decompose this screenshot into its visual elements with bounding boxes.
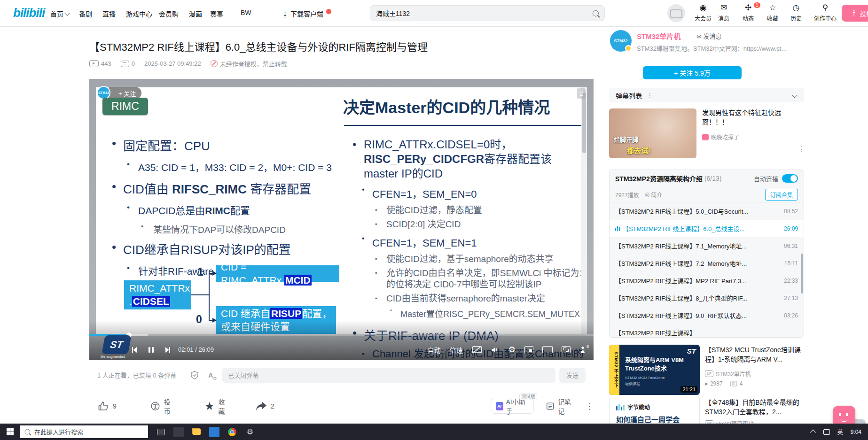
playlist-item[interactable]: 【STM32MP2 RIF线上课程】8_几个典型的RIF...27:13	[610, 289, 804, 307]
playlist-intro[interactable]: 简介	[651, 191, 662, 199]
st-logo: ST	[687, 347, 696, 355]
nav-favorites[interactable]: ☆收藏	[767, 4, 778, 22]
nav-history[interactable]: ◷历史	[790, 4, 802, 22]
nav-bw[interactable]: BW	[241, 9, 251, 16]
video-player[interactable]: 决定Master的CID的几种情况 固定配置：CPU A35: CID = 1，…	[89, 79, 594, 360]
publish-date: 2025-03-27 09:49:22	[144, 60, 201, 67]
danmaku-list-menu-icon[interactable]: ⋮	[647, 92, 653, 99]
playlist-item-active[interactable]: 【STM32MP2 RIF线上课程】6.0_总线主设...26:09	[610, 220, 804, 237]
danmaku-settings-icon[interactable]: A⚙	[205, 370, 216, 380]
favorite-button[interactable]: ★ 收藏	[204, 397, 228, 416]
playing-icon	[615, 226, 620, 231]
diagram-connector	[191, 294, 210, 295]
pause-button[interactable]	[148, 346, 155, 354]
tray-app-icon[interactable]	[823, 429, 830, 435]
nav-esports[interactable]: 赛事	[210, 9, 223, 18]
clock: 9:04	[851, 429, 861, 435]
playlist-item[interactable]: 【STM32MP2 RIF线上课程】7.1_Memory地址...06:31	[610, 237, 804, 255]
copyright-notice: 未经作者授权，禁止转载	[211, 59, 287, 68]
settings-gear-icon[interactable]: ⚙	[508, 345, 516, 355]
share-button[interactable]: 2	[256, 401, 274, 411]
chrome-icon[interactable]	[227, 427, 237, 437]
related-video-title[interactable]: 【STM32 MCU TrustZone培训课程】1-系统隔离与ARM V...	[705, 345, 807, 364]
ai-assistant-button[interactable]: AI AI小助手 测试版	[491, 399, 534, 414]
playlist-item[interactable]: 【STM32MP2 RIF线上课程】9.0_RIF默认状态...03:26	[610, 307, 804, 324]
file-explorer-icon[interactable]	[191, 427, 202, 437]
promo-badge-icon	[702, 134, 709, 140]
ime-indicator[interactable]: 英	[837, 428, 843, 436]
prev-button[interactable]	[131, 346, 138, 354]
playlist-index: (6/13)	[704, 175, 722, 182]
together-watch-icon[interactable]: 8	[579, 346, 586, 354]
play-count: 443	[89, 60, 111, 67]
next-button[interactable]	[164, 346, 172, 354]
nav-home[interactable]: 首页	[50, 9, 69, 18]
danmaku-list-bar[interactable]: 弹幕列表 ⋮	[609, 88, 804, 102]
playlist-item[interactable]: 【STM32MP2 RIF线上课程】7.2_Memory地址...15:11	[610, 255, 804, 272]
danmaku-send-button[interactable]: 发送	[559, 368, 586, 383]
promo-more-icon[interactable]: ⋮	[798, 145, 805, 154]
autoplay-toggle[interactable]	[782, 174, 798, 183]
thumb-text: STM32 MCU TrustZone	[625, 376, 665, 380]
promo-title[interactable]: 发现男性有这个特征赶快远离！！！	[702, 108, 805, 127]
web-fullscreen-icon[interactable]	[562, 346, 571, 353]
speed-button[interactable]: 倍速	[450, 345, 463, 355]
send-message-link[interactable]: ✉ 发消息	[696, 31, 722, 40]
taskbar-search[interactable]: 在此键入进行搜索	[20, 425, 148, 438]
note-button[interactable]: 记笔记	[546, 397, 575, 416]
bilibili-logo[interactable]: bilibili	[13, 6, 45, 20]
nav-live[interactable]: 直播	[102, 9, 116, 18]
sidebar-uploader-name[interactable]: STM32单片机	[637, 31, 680, 41]
settings-app-icon[interactable]: ⚙	[245, 427, 255, 437]
nav-game-center[interactable]: 游戏中心	[126, 9, 152, 18]
like-button[interactable]: 9	[97, 401, 117, 412]
task-view-icon[interactable]	[156, 427, 166, 437]
watching-status: 1 人正在看，已装填 0 条弹幕	[97, 371, 176, 379]
search-input[interactable]: 海贼王1132	[376, 8, 593, 18]
quality-auto-button[interactable]: 自动	[428, 345, 441, 355]
danmaku-input[interactable]: 已关闭弹幕	[222, 368, 555, 383]
taskbar-app-icon[interactable]	[209, 427, 219, 437]
start-button[interactable]	[7, 428, 14, 435]
ai-subtitle-icon[interactable]	[472, 346, 482, 354]
subscribe-collection-button[interactable]: 订阅合集	[765, 189, 798, 201]
nav-vip[interactable]: ◉大会员	[695, 4, 712, 22]
nav-bangumi[interactable]: 番剧	[79, 9, 92, 18]
nav-messages[interactable]: ✉消息	[718, 4, 729, 22]
up-icon: UP	[705, 371, 713, 377]
pip-icon[interactable]	[524, 346, 533, 353]
nav-vip-shop[interactable]: 会员购	[159, 9, 179, 18]
playlist-item[interactable]: 【STM32MP2 RIF线上课程】5.0_CID与Securit...08:5…	[610, 202, 804, 220]
nav-feed[interactable]: ✣动态 1	[743, 4, 754, 22]
nav-creator-center[interactable]: ⚲创作中心	[814, 4, 837, 22]
related-video-uploader[interactable]: UPSTM32单片机	[705, 370, 751, 378]
nav-download-client[interactable]: ⭳下载客户端	[282, 9, 330, 18]
slide-scrollbar[interactable]	[581, 87, 587, 334]
search-icon[interactable]	[593, 10, 599, 16]
upload-icon: ⭱	[851, 9, 858, 17]
more-options-icon[interactable]: ⋮	[586, 401, 594, 411]
related-video-title[interactable]: 【全748集】目前B站最全最细的STM32入门全套教程，2...	[705, 398, 807, 417]
follow-button[interactable]: + 关注 5.9万	[643, 66, 742, 79]
danmaku-list-expand-icon[interactable]	[792, 93, 797, 98]
playlist-item[interactable]: 【STM32MP2 RIF线上课程】	[610, 324, 804, 338]
vip-icon: ◉	[700, 4, 707, 13]
progress-bar[interactable]	[89, 334, 594, 336]
theater-mode-icon[interactable]	[542, 346, 553, 353]
search-bar[interactable]: 海贼王1132	[370, 5, 605, 21]
playlist-item[interactable]: 【STM32MP2 RIF线上课程】MP2 RIF Part7.3...22:3…	[610, 272, 804, 289]
tray-expand-icon[interactable]	[810, 430, 816, 436]
playlist-scrollbar[interactable]	[801, 254, 803, 293]
related-video-thumbnail[interactable]: STM32 不上不下 ST 系统隔离与ARM V8M TrustZone技术 S…	[609, 345, 700, 395]
favorite-star-icon: ★	[204, 401, 215, 411]
nav-manga[interactable]: 漫画	[189, 9, 202, 18]
avatar[interactable]	[667, 4, 685, 22]
ai-icon: AI	[496, 402, 503, 410]
promo-thumbnail[interactable]: 烂脚汗脚 都去试！	[609, 108, 696, 158]
coin-button[interactable]: 投币	[150, 397, 175, 416]
volume-icon[interactable]	[491, 346, 500, 354]
slide-title: 决定Master的CID的几种情况	[343, 95, 550, 118]
danmaku-etiquette-icon[interactable]	[189, 370, 200, 380]
taskbar-app-icon[interactable]	[173, 427, 184, 437]
upload-button[interactable]: ⭱投稿	[842, 5, 868, 22]
